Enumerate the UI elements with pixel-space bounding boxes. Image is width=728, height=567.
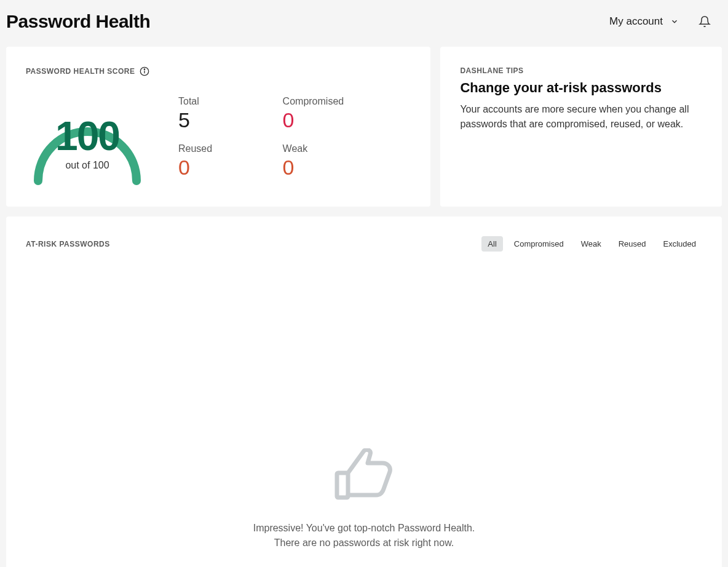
filter-tab-reused[interactable]: Reused [612, 236, 652, 252]
at-risk-section-label: AT-RISK PASSWORDS [26, 240, 110, 248]
tips-title: Change your at-risk passwords [460, 80, 702, 96]
stat-label: Reused [178, 143, 240, 154]
score-value: 100 [26, 116, 149, 156]
stat-value: 0 [283, 108, 344, 132]
account-dropdown[interactable]: My account [609, 15, 679, 28]
stat-label: Total [178, 96, 240, 107]
score-card: PASSWORD HEALTH SCORE 100 out of 100 [6, 47, 430, 207]
header-actions: My account [609, 15, 711, 28]
stat-weak: Weak 0 [283, 143, 344, 180]
stats-grid: Total 5 Compromised 0 Reused 0 Weak 0 [178, 96, 344, 180]
info-icon[interactable] [140, 66, 149, 76]
stat-value: 0 [283, 156, 344, 180]
empty-line-2: There are no passwords at risk right now… [274, 536, 454, 550]
score-gauge: 100 out of 100 [26, 89, 149, 187]
empty-line-1: Impressive! You've got top-notch Passwor… [253, 521, 475, 536]
tips-card: DASHLANE TIPS Change your at-risk passwo… [440, 47, 722, 207]
filter-tab-excluded[interactable]: Excluded [657, 236, 702, 252]
filter-tab-compromised[interactable]: Compromised [508, 236, 570, 252]
stat-compromised: Compromised 0 [283, 96, 344, 132]
bell-icon[interactable] [698, 15, 711, 28]
stat-reused: Reused 0 [178, 143, 240, 180]
score-subtext: out of 100 [26, 160, 149, 171]
stat-label: Weak [283, 143, 344, 154]
stat-value: 5 [178, 108, 240, 132]
page-header: Password Health My account [0, 0, 728, 47]
score-section-label: PASSWORD HEALTH SCORE [26, 66, 411, 76]
stat-value: 0 [178, 156, 240, 180]
filter-tab-all[interactable]: All [481, 236, 502, 252]
svg-point-2 [144, 69, 145, 69]
chevron-down-icon [670, 17, 679, 26]
empty-state: Impressive! You've got top-notch Passwor… [26, 448, 702, 550]
filter-tab-weak[interactable]: Weak [575, 236, 607, 252]
tips-section-label: DASHLANE TIPS [460, 66, 702, 75]
filter-tabs: All Compromised Weak Reused Excluded [481, 236, 702, 252]
page-title: Password Health [6, 11, 150, 32]
stat-label: Compromised [283, 96, 344, 107]
thumbs-up-icon [334, 448, 394, 500]
at-risk-list-card: AT-RISK PASSWORDS All Compromised Weak R… [6, 216, 722, 567]
account-label: My account [609, 15, 663, 28]
stat-total: Total 5 [178, 96, 240, 132]
tips-body: Your accounts are more secure when you c… [460, 102, 702, 132]
